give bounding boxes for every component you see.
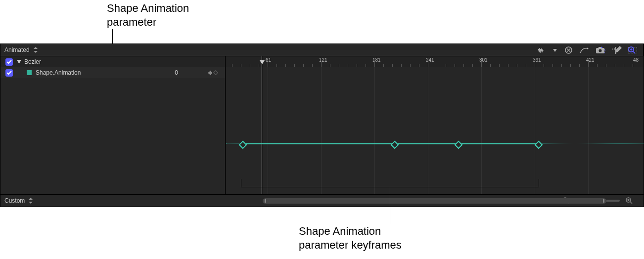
- bezier-label: Bezier: [24, 58, 41, 65]
- scrollbar-thumb[interactable]: [263, 198, 606, 204]
- svg-marker-1: [34, 51, 38, 53]
- shape-animation-value[interactable]: 0: [175, 69, 178, 76]
- ruler-tick-label: 361: [533, 57, 541, 63]
- shape-animation-label: Shape.Animation: [36, 69, 81, 76]
- ruler-tick-label: 121: [319, 57, 327, 63]
- svg-marker-0: [34, 47, 38, 49]
- curve-mode-label: Custom: [4, 197, 25, 204]
- audio-menu-chevron-icon[interactable]: [552, 45, 558, 56]
- ruler-tick-label: 301: [479, 57, 488, 63]
- time-ruler[interactable]: 6112118124130136142148: [226, 56, 644, 67]
- snap-icon[interactable]: [610, 45, 621, 56]
- svg-marker-24: [29, 202, 33, 204]
- keyframe-diamond[interactable]: [455, 141, 463, 149]
- fit-curve-icon[interactable]: [579, 45, 590, 56]
- parameter-list: Bezier Shape.Animation 0: [0, 56, 226, 194]
- keyframe-diamond[interactable]: [391, 141, 399, 149]
- add-keyframe-diamond-icon[interactable]: [213, 70, 218, 75]
- callout-shape-animation-keyframes: Shape Animation parameter keyframes: [299, 224, 402, 252]
- disclosure-triangle-icon[interactable]: [17, 60, 21, 64]
- bracket-right: [539, 179, 539, 187]
- toolbar-right: [534, 44, 644, 56]
- checkbox-bezier[interactable]: [5, 58, 13, 66]
- timeline-graph[interactable]: 6112118124130136142148: [226, 56, 644, 194]
- keyframe-curve[interactable]: [242, 143, 538, 144]
- ruler-tick-label: 241: [426, 57, 434, 63]
- dropdown-arrows-icon: [29, 198, 33, 204]
- svg-marker-20: [17, 60, 21, 64]
- bracket-left: [241, 179, 241, 187]
- keyframe-diamond[interactable]: [239, 141, 247, 149]
- filter-label: Animated: [4, 46, 30, 53]
- ruler-end-label: 48: [633, 57, 639, 63]
- zoom-in-magnifier-icon[interactable]: [624, 195, 635, 206]
- svg-point-10: [598, 49, 601, 52]
- scrollbar-cap-right[interactable]: [603, 199, 604, 203]
- zoom-magnifier-icon[interactable]: [626, 45, 637, 56]
- playhead-handle-icon[interactable]: [260, 60, 265, 64]
- keyframe-diamond[interactable]: [535, 141, 543, 149]
- svg-marker-21: [208, 70, 212, 76]
- bracket-stem: [390, 187, 390, 224]
- checkbox-shape-animation[interactable]: [5, 69, 13, 77]
- curve-mode-dropdown[interactable]: Custom: [0, 197, 37, 204]
- keyframe-editor-panel: Animated: [0, 43, 644, 207]
- prev-keyframe-icon[interactable]: [208, 70, 212, 76]
- svg-line-29: [630, 202, 632, 204]
- snapshot-camera-icon[interactable]: [595, 45, 605, 56]
- keyframe-nav: [208, 70, 218, 76]
- svg-marker-23: [29, 198, 33, 200]
- svg-rect-22: [214, 71, 218, 75]
- horizontal-scrollbar[interactable]: [263, 198, 606, 204]
- audio-waveform-icon[interactable]: [536, 45, 547, 56]
- svg-rect-9: [598, 47, 601, 48]
- filter-dropdown[interactable]: Animated: [0, 46, 42, 53]
- footer-bar: Custom: [0, 194, 644, 207]
- ruler-tick-label: 61: [266, 57, 271, 63]
- parameter-row-shape-animation[interactable]: Shape.Animation 0: [0, 67, 225, 78]
- ruler-tick-label: 421: [586, 57, 595, 63]
- parameter-row-bezier[interactable]: Bezier: [0, 56, 225, 67]
- playhead[interactable]: [262, 56, 262, 194]
- callout-shape-animation-parameter: Shape Animation parameter: [107, 1, 189, 29]
- svg-line-17: [633, 51, 635, 53]
- clear-icon[interactable]: [563, 45, 574, 56]
- dropdown-arrows-icon: [34, 47, 38, 53]
- scrollbar-cap-left[interactable]: [265, 199, 266, 203]
- color-swatch: [27, 70, 32, 75]
- svg-marker-3: [553, 49, 557, 52]
- svg-point-7: [587, 47, 589, 49]
- ruler-tick-label: 181: [372, 57, 381, 63]
